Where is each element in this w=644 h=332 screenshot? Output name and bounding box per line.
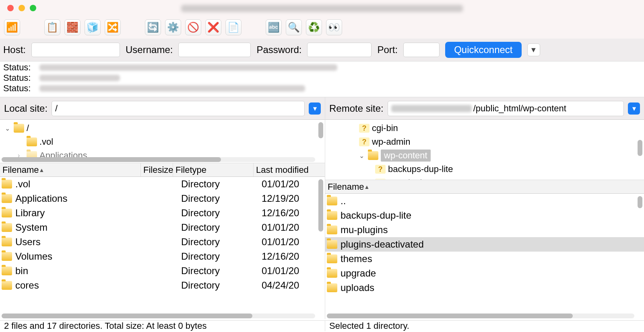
folder-icon: [2, 194, 12, 203]
scrollbar-horizontal[interactable]: [327, 314, 634, 318]
scrollbar-horizontal[interactable]: [2, 157, 315, 162]
filter-button[interactable]: 🔤: [266, 19, 282, 35]
file-row[interactable]: upgrade: [325, 266, 644, 281]
file-name: Applications: [15, 193, 149, 204]
folder-icon: [327, 269, 337, 278]
cancel-button[interactable]: 🚫: [185, 19, 201, 35]
file-row[interactable]: VolumesDirectory12/16/20: [0, 249, 325, 264]
local-pane: Local site: / ▾ ⌄ / .vol ›: [0, 97, 325, 319]
twisty-icon[interactable]: ⌄: [359, 152, 365, 160]
file-row[interactable]: binDirectory01/01/20: [0, 264, 325, 278]
site-manager-button[interactable]: 📶: [4, 19, 20, 35]
folder-icon: [2, 252, 12, 261]
file-type: Directory: [181, 265, 262, 277]
quickconnect-button[interactable]: Quickconnect: [445, 42, 521, 58]
password-label: Password:: [256, 44, 301, 55]
file-row[interactable]: mu-plugins: [325, 223, 644, 237]
file-date: 12/16/20: [262, 251, 325, 262]
quickconnect-bar: Host: Username: Password: Port: Quickcon…: [0, 39, 644, 61]
host-input[interactable]: [31, 43, 120, 57]
reconnect-button[interactable]: 📄: [225, 19, 242, 35]
local-site-dropdown[interactable]: ▾: [309, 102, 321, 115]
col-filetype[interactable]: Filetype: [173, 163, 254, 176]
folder-icon: [2, 281, 12, 290]
file-row[interactable]: backups-dup-lite: [325, 208, 644, 223]
file-date: 01/01/20: [262, 236, 325, 248]
remote-pane: Remote site: /public_html/wp-content ▾ ?…: [325, 97, 644, 319]
file-row[interactable]: ..: [325, 194, 644, 208]
local-file-list[interactable]: .volDirectory01/01/20ApplicationsDirecto…: [0, 177, 325, 319]
file-date: 12/19/20: [262, 193, 325, 204]
file-row[interactable]: LibraryDirectory12/16/20: [0, 206, 325, 220]
username-input[interactable]: [178, 43, 251, 57]
file-row[interactable]: uploads: [325, 281, 644, 295]
file-type: Directory: [181, 280, 262, 291]
toggle-queue-button[interactable]: 🔀: [105, 19, 121, 35]
scrollbar-vertical[interactable]: [638, 196, 642, 208]
col-filename[interactable]: Filename: [325, 180, 644, 193]
twisty-icon[interactable]: ⌄: [5, 125, 11, 132]
toggle-remote-tree-button[interactable]: 🧊: [85, 19, 101, 35]
file-row[interactable]: coresDirectory04/24/20: [0, 278, 325, 293]
sync-button[interactable]: ♻️: [306, 19, 322, 35]
file-row-selected[interactable]: plugins-deactivated: [325, 237, 644, 252]
file-row[interactable]: .volDirectory01/01/20: [0, 177, 325, 191]
file-row[interactable]: ApplicationsDirectory12/19/20: [0, 191, 325, 206]
tree-item[interactable]: wp-admin: [372, 137, 410, 147]
quickconnect-history-dropdown[interactable]: ▼: [527, 43, 540, 56]
disconnect-button[interactable]: ❌: [205, 19, 221, 35]
folder-icon: [327, 197, 337, 205]
scrollbar-vertical[interactable]: [638, 140, 642, 156]
scrollbar-horizontal[interactable]: [2, 314, 315, 318]
col-filesize[interactable]: Filesize: [141, 163, 173, 176]
tree-item-root[interactable]: /: [27, 123, 29, 133]
toggle-local-tree-button[interactable]: 🧱: [64, 19, 80, 35]
file-row[interactable]: themes: [325, 252, 644, 266]
tree-item-selected[interactable]: wp-content: [381, 150, 431, 162]
tree-item[interactable]: mu-plugins: [388, 178, 431, 180]
log-line: [39, 85, 305, 92]
folder-icon: [327, 211, 337, 220]
password-input[interactable]: [307, 43, 372, 57]
port-input[interactable]: [403, 43, 440, 57]
remote-site-dropdown[interactable]: ▾: [628, 102, 640, 115]
process-queue-button[interactable]: ⚙️: [165, 19, 181, 35]
log-line: [39, 64, 337, 71]
scrollbar-vertical[interactable]: [318, 179, 323, 232]
window-close-icon[interactable]: [7, 5, 14, 11]
file-row[interactable]: SystemDirectory01/01/20: [0, 220, 325, 235]
window-zoom-icon[interactable]: [30, 5, 36, 11]
status-bar: 2 files and 17 directories. Total size: …: [0, 319, 644, 332]
local-tree[interactable]: ⌄ / .vol › Applications: [0, 120, 325, 163]
file-date: 01/01/20: [262, 265, 325, 277]
file-row[interactable]: UsersDirectory01/01/20: [0, 235, 325, 249]
refresh-button[interactable]: 🔄: [145, 19, 161, 35]
col-filename[interactable]: Filename: [0, 163, 141, 176]
scrollbar-vertical[interactable]: [318, 122, 323, 138]
window-titlebar: [0, 0, 644, 16]
window-minimize-icon[interactable]: [19, 5, 25, 11]
search-button[interactable]: 🔍: [286, 19, 302, 35]
tree-item[interactable]: backups-dup-lite: [388, 164, 453, 174]
message-log[interactable]: Status: Status: Status:: [0, 61, 644, 97]
window-title: [181, 5, 463, 12]
tree-item[interactable]: .vol: [39, 137, 53, 147]
folder-icon: [27, 137, 37, 146]
toggle-log-button[interactable]: 📋: [44, 19, 60, 35]
file-name: Users: [15, 236, 149, 248]
col-modified[interactable]: Last modified: [254, 163, 325, 176]
remote-site-input[interactable]: /public_html/wp-content: [388, 101, 624, 116]
folder-icon: [14, 124, 24, 133]
file-name: backups-dup-lite: [341, 210, 411, 221]
remote-file-list[interactable]: ..backups-dup-litemu-pluginsplugins-deac…: [325, 194, 644, 319]
remote-list-header[interactable]: Filename: [325, 180, 644, 194]
compare-button[interactable]: 👀: [326, 19, 342, 35]
remote-tree[interactable]: ? cgi-bin ? wp-admin ⌄ wp-content ? back…: [325, 120, 644, 180]
tree-item[interactable]: cgi-bin: [372, 123, 398, 133]
file-name: cores: [15, 280, 149, 291]
folder-icon: [2, 238, 12, 246]
file-name: ..: [341, 195, 346, 207]
file-date: 12/16/20: [262, 207, 325, 219]
local-list-header[interactable]: Filename Filesize Filetype Last modified: [0, 163, 325, 177]
local-site-input[interactable]: /: [52, 101, 305, 116]
